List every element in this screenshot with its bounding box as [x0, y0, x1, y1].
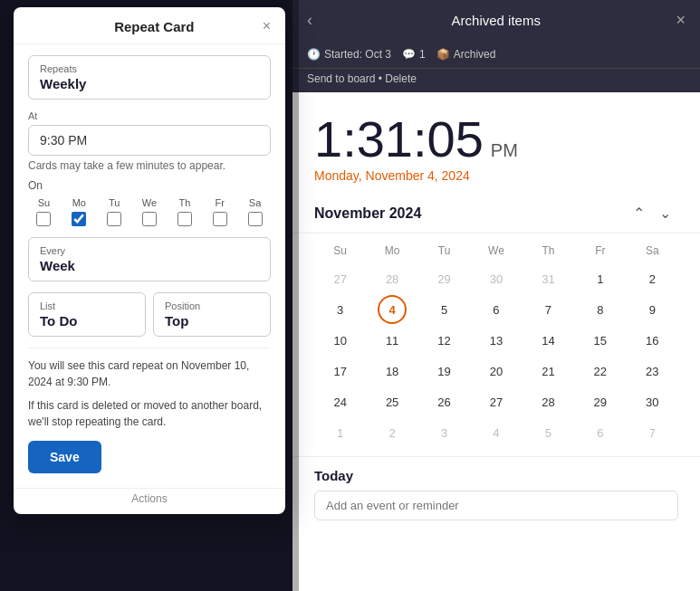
- calendar-cell[interactable]: 25: [378, 387, 407, 416]
- calendar-cell[interactable]: 14: [533, 326, 562, 355]
- calendar-cell[interactable]: 30: [482, 264, 511, 293]
- days-row: SuMoTuWeThFrSa: [28, 197, 271, 226]
- calendar-cell[interactable]: 16: [638, 326, 666, 355]
- calendar-cell[interactable]: 27: [326, 264, 355, 293]
- day-col: Su: [28, 197, 60, 226]
- calendar-cell[interactable]: 2: [378, 418, 407, 447]
- calendar-cell[interactable]: 18: [378, 357, 407, 386]
- archived-info: 🕐 Started: Oct 3 💬 1 📦 Archived: [292, 41, 700, 69]
- calendar-row: 1234567: [314, 418, 678, 447]
- info-text-2: If this card is deleted or moved to anot…: [28, 397, 271, 430]
- today-section: Today: [292, 456, 700, 591]
- modal-overlay: Repeat Card × Repeats Weekly At Cards ma…: [0, 0, 299, 591]
- modal-footer: Actions: [14, 488, 285, 514]
- cal-header-tu: Tu: [418, 241, 470, 261]
- calendar-cell[interactable]: 20: [482, 357, 511, 386]
- calendar-cell[interactable]: 2: [638, 264, 666, 293]
- calendar-month-label: November 2024: [314, 205, 626, 222]
- cal-header-fr: Fr: [574, 241, 626, 261]
- list-pos-row: List To Do Position Top: [28, 292, 271, 337]
- actions-label: Actions: [28, 492, 271, 505]
- calendar-cell[interactable]: 21: [533, 357, 562, 386]
- archived-bar: ‹ Archived items ×: [292, 0, 700, 41]
- calendar-cell[interactable]: 31: [533, 264, 562, 293]
- day-checkbox[interactable]: [177, 212, 192, 226]
- back-button[interactable]: ‹: [307, 11, 312, 30]
- calendar-cell[interactable]: 9: [638, 295, 666, 324]
- every-label: Every: [40, 245, 259, 256]
- calendar-cell[interactable]: 5: [430, 295, 459, 324]
- calendar-cell[interactable]: 26: [430, 387, 459, 416]
- day-name-label: Sa: [249, 197, 261, 208]
- repeat-card-modal: Repeat Card × Repeats Weekly At Cards ma…: [14, 7, 285, 514]
- calendar-cell[interactable]: 29: [586, 387, 615, 416]
- day-checkbox[interactable]: [36, 212, 51, 226]
- calendar-header-row: Su Mo Tu We Th Fr Sa: [314, 241, 678, 261]
- day-name-label: Fr: [216, 197, 225, 208]
- save-button[interactable]: Save: [28, 441, 101, 473]
- calendar-cell[interactable]: 12: [430, 326, 459, 355]
- day-checkbox[interactable]: [213, 212, 227, 226]
- cal-header-sa: Sa: [627, 241, 678, 261]
- calendar-cell[interactable]: 6: [586, 418, 615, 447]
- day-checkbox[interactable]: [107, 212, 121, 226]
- calendar-cell[interactable]: 28: [533, 387, 562, 416]
- archived-badge: 📦 Archived: [436, 48, 496, 61]
- calendar-cell[interactable]: 27: [482, 387, 511, 416]
- calendar-row: 272829303112: [314, 264, 678, 293]
- calendar-row: 3456789: [314, 295, 678, 324]
- calendar-cell[interactable]: 19: [430, 357, 459, 386]
- calendar-cell[interactable]: 13: [482, 326, 511, 355]
- calendar-cell[interactable]: 5: [533, 418, 562, 447]
- calendar-cell[interactable]: 7: [533, 295, 562, 324]
- calendar-cell[interactable]: 6: [482, 295, 511, 324]
- day-col: Tu: [99, 197, 130, 226]
- archive-icon: 📦: [436, 48, 450, 61]
- cal-prev-button[interactable]: ⌃: [626, 201, 652, 225]
- calendar-grid: Su Mo Tu We Th Fr Sa 2728293031123456789…: [292, 234, 700, 456]
- modal-body: Repeats Weekly At Cards may take a few m…: [14, 44, 285, 488]
- calendar-cell[interactable]: 15: [586, 326, 615, 355]
- calendar-cell[interactable]: 8: [586, 295, 615, 324]
- calendar-cell[interactable]: 24: [326, 387, 355, 416]
- cal-next-button[interactable]: ⌄: [652, 201, 678, 225]
- calendar-cell[interactable]: 22: [586, 357, 615, 386]
- modal-title: Repeat Card: [46, 19, 263, 34]
- calendar-cell[interactable]: 1: [586, 264, 615, 293]
- repeats-field: Repeats Weekly: [28, 55, 271, 100]
- calendar-cell[interactable]: 1: [326, 418, 355, 447]
- calendar-cell[interactable]: 23: [638, 357, 666, 386]
- calendar-cell[interactable]: 28: [378, 264, 407, 293]
- position-value: Top: [165, 313, 259, 329]
- every-field: Every Week: [28, 237, 271, 281]
- calendar-cell[interactable]: 4: [482, 418, 511, 447]
- calendar-cell[interactable]: 29: [430, 264, 459, 293]
- calendar-row: 17181920212223: [314, 357, 678, 386]
- calendar-cell[interactable]: 3: [326, 295, 355, 324]
- cal-header-mo: Mo: [366, 241, 417, 261]
- calendar-row: 24252627282930: [314, 387, 678, 416]
- calendar-cell[interactable]: 30: [638, 387, 666, 416]
- day-col: Fr: [204, 197, 235, 226]
- at-input[interactable]: [28, 125, 271, 156]
- calendar-nav: November 2024 ⌃ ⌄: [292, 194, 700, 234]
- calendar-cell[interactable]: 4: [378, 295, 407, 324]
- calendar-cell[interactable]: 3: [430, 418, 459, 447]
- archived-actions[interactable]: Send to board • Delete: [292, 69, 700, 92]
- archived-close-button[interactable]: ×: [676, 11, 686, 30]
- calendar-cell[interactable]: 11: [378, 326, 407, 355]
- calendar-cell[interactable]: 10: [326, 326, 355, 355]
- calendar-panel: ‹ Archived items × 🕐 Started: Oct 3 💬 1 …: [292, 0, 700, 591]
- day-checkbox[interactable]: [72, 212, 86, 226]
- day-checkbox[interactable]: [248, 212, 263, 226]
- clock-icon: 🕐: [307, 48, 321, 61]
- day-checkbox[interactable]: [142, 212, 157, 226]
- calendar-cell[interactable]: 7: [638, 418, 666, 447]
- repeats-label: Repeats: [40, 63, 259, 74]
- modal-close-button[interactable]: ×: [263, 18, 271, 34]
- hint-text: Cards may take a few minutes to appear.: [28, 159, 271, 172]
- calendar-cell[interactable]: 17: [326, 357, 355, 386]
- day-name-label: We: [142, 197, 157, 208]
- day-name-label: Tu: [109, 197, 120, 208]
- add-event-input[interactable]: [314, 491, 678, 520]
